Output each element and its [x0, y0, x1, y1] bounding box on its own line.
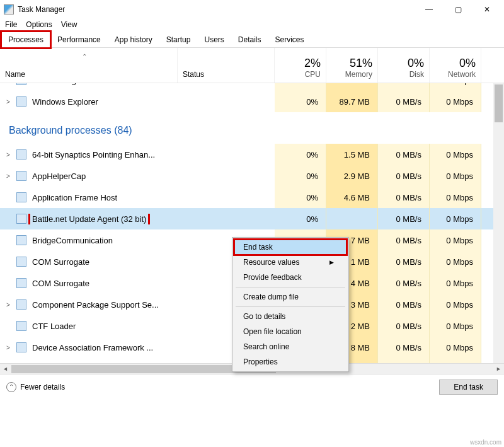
cell-name: BridgeCommunication: [0, 235, 178, 246]
header-mem-label: Memory: [331, 70, 372, 79]
close-button[interactable]: ✕: [472, 0, 501, 19]
process-name: COM Surrogate: [30, 278, 91, 289]
fewer-details-label: Fewer details: [20, 383, 65, 392]
menu-file[interactable]: File: [5, 20, 17, 29]
fewer-details-button[interactable]: ⌃ Fewer details: [6, 382, 65, 392]
table-row[interactable]: >64-bit Synaptics Pointing Enhan...0%1.5…: [0, 144, 504, 165]
ctx-properties[interactable]: Properties: [234, 354, 346, 369]
cell-network: 0 Mbps: [430, 208, 481, 229]
vertical-scroll-thumb[interactable]: [495, 84, 503, 122]
expand-chevron-icon[interactable]: >: [6, 344, 13, 351]
cell-cpu: 0%: [275, 187, 326, 208]
watermark: wsxdn.com: [470, 439, 501, 446]
table-row[interactable]: Task Manager0%26.1 MB0 MB/s0 Mbps: [0, 83, 504, 91]
cell-name: >Windows Explorer: [0, 96, 178, 107]
process-name: Battle.net Update Agent (32 bit): [30, 214, 148, 224]
tab-startup[interactable]: Startup: [159, 32, 198, 48]
header-memory[interactable]: 51% Memory: [326, 48, 378, 83]
end-task-button[interactable]: End task: [439, 380, 498, 395]
cell-network: 0 Mbps: [430, 83, 481, 91]
footer: ⌃ Fewer details End task: [0, 374, 504, 399]
process-icon: [16, 299, 26, 310]
cell-cpu: 0%: [275, 83, 326, 91]
ctx-create-dump[interactable]: Create dump file: [234, 289, 346, 305]
header-network[interactable]: 0% Network: [430, 48, 481, 83]
expand-chevron-icon[interactable]: >: [6, 98, 13, 105]
menu-view[interactable]: View: [61, 20, 77, 29]
menu-options[interactable]: Options: [26, 20, 52, 29]
tab-performance[interactable]: Performance: [50, 32, 108, 48]
cell-network: 0 Mbps: [430, 294, 481, 315]
titlebar: Task Manager — ▢ ✕: [0, 0, 504, 19]
cell-network: 0 Mbps: [430, 315, 481, 337]
scroll-left-arrow[interactable]: ◄: [0, 364, 11, 374]
cell-memory: 1.5 MB: [326, 144, 378, 165]
cell-disk: 0 MB/s: [378, 187, 430, 208]
expand-chevron-icon[interactable]: >: [6, 301, 13, 308]
cell-network: 0 Mbps: [430, 337, 481, 358]
context-separator: [236, 306, 345, 307]
maximize-button[interactable]: ▢: [444, 0, 472, 19]
minimize-button[interactable]: —: [415, 0, 444, 19]
cell-memory: 26.1 MB: [326, 83, 378, 91]
process-icon: [16, 171, 26, 181]
cell-cpu: 0%: [275, 208, 326, 229]
ctx-end-task[interactable]: End task: [234, 240, 346, 255]
cell-network: 0 Mbps: [430, 187, 481, 208]
table-row[interactable]: >AppHelperCap0%2.9 MB0 MB/s0 Mbps: [0, 165, 504, 187]
cell-disk: 0 MB/s: [378, 272, 430, 294]
menubar: File Options View: [0, 19, 504, 32]
cell-memory: 89.7 MB: [326, 91, 378, 112]
ctx-resource-values[interactable]: Resource values ▶: [234, 255, 346, 270]
header-disk[interactable]: 0% Disk: [378, 48, 430, 83]
cell-disk: 0 MB/s: [378, 91, 430, 112]
cell-disk: 0 MB/s: [378, 144, 430, 165]
process-icon: [16, 342, 26, 352]
process-name: COM Surrogate: [30, 257, 91, 267]
chevron-right-icon: ▶: [329, 259, 334, 265]
header-name[interactable]: Name: [0, 48, 178, 83]
process-icon: [16, 214, 26, 224]
header-cpu-pct: 2%: [280, 57, 321, 70]
vertical-scrollbar[interactable]: [493, 83, 504, 363]
tab-users[interactable]: Users: [197, 32, 231, 48]
cell-name: >64-bit Synaptics Pointing Enhan...: [0, 149, 178, 160]
expand-chevron-icon[interactable]: >: [6, 173, 13, 180]
ctx-open-file-location[interactable]: Open file location: [234, 324, 346, 339]
cell-disk: 0 MB/s: [378, 358, 430, 363]
cell-name: >Component Package Support Se...: [0, 299, 178, 310]
tab-processes[interactable]: Processes: [1, 32, 50, 48]
cell-network: 0 Mbps: [430, 251, 481, 272]
window-title: Task Manager: [18, 5, 65, 14]
table-row[interactable]: >Windows Explorer0%89.7 MB0 MB/s0 Mbps: [0, 91, 504, 112]
cell-cpu: 0%: [275, 165, 326, 187]
cell-name: CTF Loader: [0, 321, 178, 332]
cell-disk: 0 MB/s: [378, 294, 430, 315]
ctx-search-online[interactable]: Search online: [234, 339, 346, 354]
process-name: AppHelperCap: [30, 171, 88, 182]
header-disk-label: Disk: [383, 70, 424, 79]
cell-network: 0 Mbps: [430, 165, 481, 187]
header-cpu[interactable]: 2% CPU: [275, 48, 326, 83]
process-icon: [16, 192, 26, 202]
ctx-go-to-details[interactable]: Go to details: [234, 309, 346, 324]
process-name: CTF Loader: [30, 321, 77, 332]
cell-name: >Device Association Framework ...: [0, 342, 178, 353]
header-mem-pct: 51%: [331, 57, 372, 70]
tab-services[interactable]: Services: [268, 32, 311, 48]
cell-cpu: 0%: [275, 144, 326, 165]
table-row[interactable]: Battle.net Update Agent (32 bit)0%0 MB/s…: [0, 208, 504, 229]
ctx-provide-feedback[interactable]: Provide feedback: [234, 270, 346, 285]
tab-app-history[interactable]: App history: [108, 32, 159, 48]
chevron-up-icon: ⌃: [6, 382, 16, 392]
process-icon: [16, 96, 26, 107]
scroll-right-arrow[interactable]: ►: [493, 364, 504, 374]
table-row[interactable]: Application Frame Host0%4.6 MB0 MB/s0 Mb…: [0, 187, 504, 208]
cell-name: Battle.net Update Agent (32 bit): [0, 214, 178, 224]
header-status[interactable]: Status: [178, 48, 275, 83]
cell-name: COM Surrogate: [0, 257, 178, 267]
expand-chevron-icon[interactable]: >: [6, 151, 13, 158]
context-separator: [236, 287, 345, 287]
tab-details[interactable]: Details: [231, 32, 268, 48]
process-name: Device Association Framework ...: [30, 342, 155, 353]
